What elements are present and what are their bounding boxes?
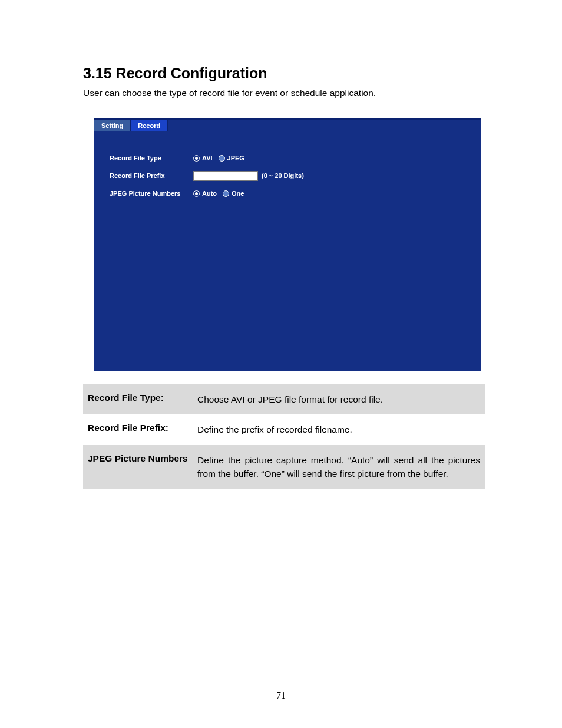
radio-auto-label: Auto <box>202 190 217 197</box>
table-row: Record File Prefix: Define the prefix of… <box>83 414 485 444</box>
radio-one-label: One <box>232 190 244 197</box>
row-jpeg-picture-numbers: JPEG Picture Numbers Auto One <box>110 188 465 199</box>
desc-label-jpeg-numbers: JPEG Picture Numbers <box>83 445 196 489</box>
tab-bar: Setting Record <box>94 118 481 131</box>
row-record-file-type: Record File Type AVI JPEG <box>110 153 465 163</box>
hint-prefix-digits: (0 ~ 20 Digits) <box>262 172 304 179</box>
label-record-file-type: Record File Type <box>110 154 193 162</box>
desc-text-file-prefix: Define the prefix of recorded filename. <box>196 414 485 444</box>
table-row: Record File Type: Choose AVI or JPEG fil… <box>83 384 485 414</box>
row-record-file-prefix: Record File Prefix (0 ~ 20 Digits) <box>110 170 465 181</box>
tab-record[interactable]: Record <box>131 120 168 131</box>
label-record-file-prefix: Record File Prefix <box>110 172 193 179</box>
tab-setting[interactable]: Setting <box>94 120 131 131</box>
radio-jpeg[interactable] <box>219 155 225 162</box>
input-record-file-prefix[interactable] <box>193 171 258 181</box>
label-jpeg-picture-numbers: JPEG Picture Numbers <box>110 190 193 197</box>
description-table: Record File Type: Choose AVI or JPEG fil… <box>83 384 485 489</box>
intro-paragraph: User can choose the type of record file … <box>83 88 484 98</box>
page-number: 71 <box>0 690 562 701</box>
desc-text-file-type: Choose AVI or JPEG file format for recor… <box>196 384 485 414</box>
desc-label-file-type: Record File Type: <box>83 384 196 414</box>
radio-one[interactable] <box>223 190 229 197</box>
desc-label-file-prefix: Record File Prefix: <box>83 414 196 444</box>
settings-panel: Record File Type AVI JPEG Record File Pr… <box>94 131 481 371</box>
table-row: JPEG Picture Numbers Define the picture … <box>83 445 485 489</box>
section-heading: 3.15 Record Configuration <box>83 65 484 82</box>
desc-text-jpeg-numbers: Define the picture capture method. “Auto… <box>196 445 485 489</box>
document-page: 3.15 Record Configuration User can choos… <box>0 0 562 728</box>
radio-avi-label: AVI <box>202 154 213 162</box>
settings-screenshot: Setting Record Record File Type AVI JPEG… <box>94 118 481 371</box>
radio-avi[interactable] <box>193 155 200 162</box>
radio-jpeg-label: JPEG <box>227 154 244 162</box>
radio-auto[interactable] <box>193 190 200 197</box>
